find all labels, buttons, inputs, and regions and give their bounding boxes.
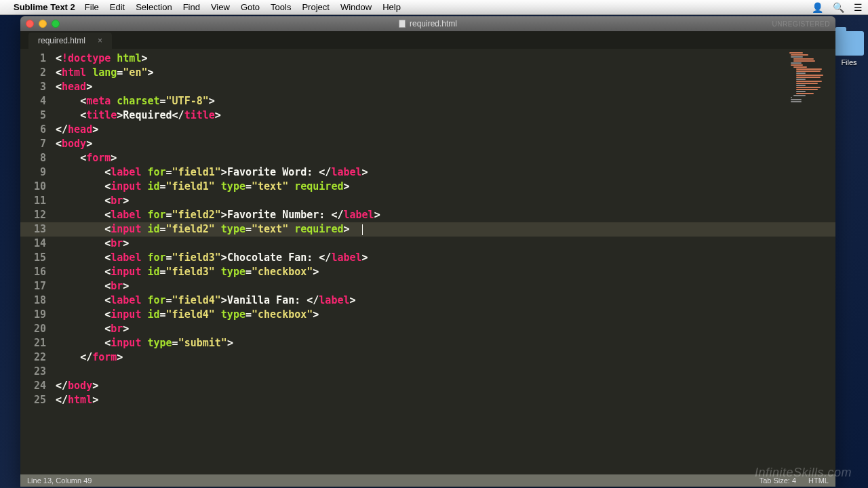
app-name[interactable]: Sublime Text 2 bbox=[14, 2, 75, 12]
code-line[interactable]: <label for="field3">Chocolate Fan: </lab… bbox=[56, 251, 835, 265]
menu-project[interactable]: Project bbox=[302, 2, 329, 12]
user-icon[interactable]: 👤 bbox=[812, 2, 823, 13]
code-line[interactable]: <input id="field1" type="text" required> bbox=[56, 180, 835, 194]
line-number: 25 bbox=[20, 393, 56, 407]
menu-file[interactable]: File bbox=[85, 2, 99, 12]
line-number: 7 bbox=[20, 137, 56, 151]
line-number: 11 bbox=[20, 194, 56, 208]
code-line[interactable]: </form> bbox=[56, 350, 835, 365]
editor-window: required.html UNREGISTERED required.html… bbox=[20, 16, 835, 487]
line-gutter: 1234567891011121314151617181920212223242… bbox=[20, 49, 56, 474]
editor-area[interactable]: 1234567891011121314151617181920212223242… bbox=[20, 49, 835, 474]
line-number: 13 bbox=[20, 222, 56, 237]
folder-icon bbox=[834, 31, 864, 56]
code-line[interactable]: <label for="field4">Vanilla Fan: </label… bbox=[56, 293, 835, 308]
line-number: 4 bbox=[20, 94, 56, 108]
line-number: 14 bbox=[20, 237, 56, 251]
code-line[interactable]: <br> bbox=[56, 194, 835, 208]
code-line[interactable]: <title>Required</title> bbox=[56, 108, 835, 123]
line-number: 9 bbox=[20, 165, 56, 180]
code-line[interactable]: <!doctype html> bbox=[56, 52, 835, 66]
line-number: 12 bbox=[20, 208, 56, 222]
code-line[interactable]: <br> bbox=[56, 322, 835, 336]
menu-selection[interactable]: Selection bbox=[136, 2, 172, 12]
code-line[interactable] bbox=[56, 365, 835, 379]
macos-menubar: Sublime Text 2 File Edit Selection Find … bbox=[0, 0, 868, 15]
code-line[interactable]: <label for="field2">Favorite Number: </l… bbox=[56, 208, 835, 222]
status-bar: Line 13, Column 49 Tab Size: 4 HTML bbox=[20, 474, 835, 487]
code-line[interactable]: <input id="field2" type="text" required> bbox=[56, 222, 835, 237]
code-line[interactable]: <br> bbox=[56, 237, 835, 251]
minimap[interactable] bbox=[788, 52, 829, 92]
code-line[interactable]: <form> bbox=[56, 151, 835, 165]
code-line[interactable]: <head> bbox=[56, 80, 835, 94]
tab-required-html[interactable]: required.html × bbox=[28, 33, 112, 49]
code-line[interactable]: </body> bbox=[56, 379, 835, 393]
tab-label: required.html bbox=[38, 36, 85, 45]
tab-bar: required.html × bbox=[20, 31, 835, 49]
code-line[interactable]: <body> bbox=[56, 137, 835, 151]
status-cursor-position: Line 13, Column 49 bbox=[27, 476, 92, 485]
code-line[interactable]: <input id="field4" type="checkbox"> bbox=[56, 308, 835, 322]
watermark: InfiniteSkills.com bbox=[755, 466, 852, 480]
menu-find[interactable]: Find bbox=[183, 2, 200, 12]
code-line[interactable]: <input type="submit"> bbox=[56, 336, 835, 350]
folder-label: Files bbox=[834, 58, 864, 66]
line-number: 23 bbox=[20, 365, 56, 379]
zoom-window-icon[interactable] bbox=[52, 20, 60, 28]
code-line[interactable]: <label for="field1">Favorite Word: </lab… bbox=[56, 165, 835, 180]
line-number: 22 bbox=[20, 350, 56, 365]
line-number: 3 bbox=[20, 80, 56, 94]
line-number: 5 bbox=[20, 108, 56, 123]
window-titlebar[interactable]: required.html UNREGISTERED bbox=[20, 16, 835, 31]
desktop-folder-files[interactable]: Files bbox=[834, 31, 864, 66]
line-number: 2 bbox=[20, 66, 56, 80]
menu-tools[interactable]: Tools bbox=[271, 2, 291, 12]
menu-help[interactable]: Help bbox=[382, 2, 401, 12]
code-line[interactable]: <br> bbox=[56, 279, 835, 293]
line-number: 6 bbox=[20, 123, 56, 137]
line-number: 10 bbox=[20, 180, 56, 194]
line-number: 1 bbox=[20, 52, 56, 66]
code-content[interactable]: <!doctype html><html lang="en"><head> <m… bbox=[56, 49, 835, 474]
code-line[interactable]: <meta charset="UTF-8"> bbox=[56, 94, 835, 108]
line-number: 18 bbox=[20, 293, 56, 308]
line-number: 16 bbox=[20, 265, 56, 279]
unregistered-label: UNREGISTERED bbox=[772, 20, 830, 28]
file-icon bbox=[399, 20, 406, 28]
line-number: 21 bbox=[20, 336, 56, 350]
line-number: 8 bbox=[20, 151, 56, 165]
code-line[interactable]: <html lang="en"> bbox=[56, 66, 835, 80]
spotlight-icon[interactable]: 🔍 bbox=[833, 2, 844, 13]
line-number: 15 bbox=[20, 251, 56, 265]
line-number: 20 bbox=[20, 322, 56, 336]
notifications-icon[interactable]: ☰ bbox=[854, 2, 863, 13]
menu-edit[interactable]: Edit bbox=[110, 2, 125, 12]
line-number: 17 bbox=[20, 279, 56, 293]
tab-close-icon[interactable]: × bbox=[98, 36, 102, 45]
line-number: 19 bbox=[20, 308, 56, 322]
minimize-window-icon[interactable] bbox=[39, 20, 47, 28]
line-number: 24 bbox=[20, 379, 56, 393]
code-line[interactable]: </html> bbox=[56, 393, 835, 407]
code-line[interactable]: <input id="field3" type="checkbox"> bbox=[56, 265, 835, 279]
menu-goto[interactable]: Goto bbox=[241, 2, 260, 12]
menu-window[interactable]: Window bbox=[340, 2, 372, 12]
code-line[interactable]: </head> bbox=[56, 123, 835, 137]
window-title: required.html bbox=[410, 19, 457, 28]
menu-view[interactable]: View bbox=[211, 2, 230, 12]
close-window-icon[interactable] bbox=[26, 20, 34, 28]
